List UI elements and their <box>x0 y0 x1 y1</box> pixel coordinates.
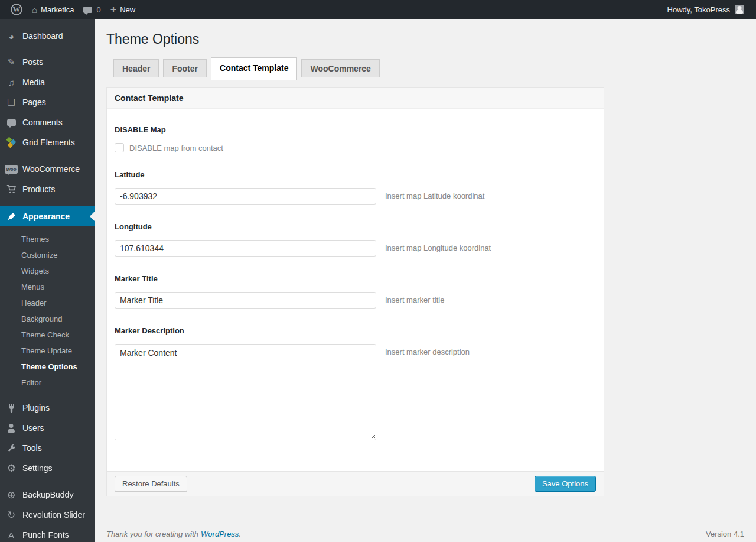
submenu-item-themes[interactable]: Themes <box>0 231 94 247</box>
save-options-button[interactable]: Save Options <box>535 476 596 492</box>
sidebar-item-label: Comments <box>22 118 63 127</box>
sidebar-item-tools[interactable]: Tools <box>0 438 94 458</box>
longitude-input[interactable] <box>115 240 376 257</box>
sidebar-item-backupbuddy[interactable]: ⊕ BackupBuddy <box>0 485 94 505</box>
wordpress-logo-icon: W <box>11 4 22 15</box>
sidebar-item-label: Posts <box>22 57 43 67</box>
settings-icon: ⚙ <box>5 462 18 475</box>
submenu-item-theme-check[interactable]: Theme Check <box>0 327 94 343</box>
tab-footer[interactable]: Footer <box>163 59 207 77</box>
sidebar-item-plugins[interactable]: Plugins <box>0 398 94 418</box>
menu-separator <box>0 478 94 485</box>
main-content: Theme Options Header Footer Contact Temp… <box>94 0 756 538</box>
user-icon <box>5 423 18 433</box>
admin-bar: W ⌂ Marketica 0 + New Howdy, TokoPress <box>0 0 756 19</box>
sidebar-item-label: Appearance <box>22 212 70 221</box>
tab-woocommerce[interactable]: WooCommerce <box>301 59 379 77</box>
site-name-link[interactable]: ⌂ Marketica <box>27 0 79 19</box>
pushpin-icon: ✎ <box>5 57 18 67</box>
sidebar-item-settings[interactable]: ⚙ Settings <box>0 458 94 478</box>
sidebar-item-woocommerce[interactable]: Woo WooCommerce <box>0 159 94 179</box>
version-label: Version 4.1 <box>706 530 744 538</box>
woo-badge: Woo <box>5 165 18 174</box>
comment-bubble-icon <box>5 119 18 126</box>
comments-link[interactable]: 0 <box>79 0 105 19</box>
admin-sidebar: ◕ Dashboard ✎ Posts ♫ Media ❏ Pages Comm… <box>0 19 94 542</box>
marker-description-textarea[interactable]: Marker Content <box>115 344 376 440</box>
woocommerce-icon: Woo <box>5 165 18 174</box>
sidebar-item-label: Grid Elements <box>22 138 75 147</box>
wordpress-logo-menu[interactable]: W <box>6 0 27 19</box>
field-group-latitude: Latitude Insert map Latitude koordinat <box>115 170 596 205</box>
tab-contact-template[interactable]: Contact Template <box>211 57 297 80</box>
backupbuddy-icon: ⊕ <box>5 489 18 501</box>
comment-count: 0 <box>96 5 100 14</box>
home-icon: ⌂ <box>32 5 37 15</box>
field-label: DISABLE Map <box>115 125 596 134</box>
submenu-item-editor[interactable]: Editor <box>0 375 94 391</box>
plug-icon <box>5 403 18 413</box>
new-label: New <box>120 5 135 14</box>
howdy-label: Howdy, TokoPress <box>667 5 730 14</box>
sidebar-item-comments[interactable]: Comments <box>0 112 94 132</box>
comment-bubble-icon <box>83 7 92 13</box>
sidebar-item-label: Punch Fonts <box>22 530 69 540</box>
field-label: Marker Description <box>115 326 596 335</box>
refresh-cycle-icon: ↻ <box>5 509 18 521</box>
sidebar-item-posts[interactable]: ✎ Posts <box>0 52 94 72</box>
sidebar-item-label: BackupBuddy <box>22 490 73 499</box>
sidebar-item-users[interactable]: Users <box>0 418 94 438</box>
account-menu[interactable]: Howdy, TokoPress <box>663 0 749 19</box>
site-name-label: Marketica <box>41 5 74 14</box>
footer-period: . <box>239 530 241 538</box>
sidebar-item-label: WooCommerce <box>22 164 80 174</box>
disable-map-checkbox-label[interactable]: DISABLE map from contact <box>129 144 223 152</box>
avatar-person-icon <box>735 5 744 14</box>
sidebar-item-grid-elements[interactable]: Grid Elements <box>0 132 94 152</box>
menu-separator <box>0 199 94 206</box>
cart-icon <box>5 184 18 194</box>
submenu-item-theme-options[interactable]: Theme Options <box>0 359 94 375</box>
field-group-longitude: Longitude Insert map Longitude koordinat <box>115 222 596 257</box>
restore-defaults-button[interactable]: Restore Defaults <box>115 476 187 492</box>
field-label: Latitude <box>115 170 596 179</box>
marker-title-input[interactable] <box>115 292 376 309</box>
sidebar-item-revolution-slider[interactable]: ↻ Revolution Slider <box>0 505 94 525</box>
sidebar-item-appearance[interactable]: Appearance <box>0 206 94 226</box>
submenu-item-background[interactable]: Background <box>0 311 94 327</box>
submenu-item-header[interactable]: Header <box>0 295 94 311</box>
sidebar-item-label: Media <box>22 77 45 87</box>
sidebar-item-label: Products <box>22 184 55 194</box>
field-help-text: Insert marker description <box>385 344 470 356</box>
pages-icon: ❏ <box>5 97 18 108</box>
tab-header[interactable]: Header <box>113 59 159 77</box>
field-help-text: Insert map Longitude koordinat <box>385 240 491 252</box>
paintbrush-icon <box>5 212 18 222</box>
comment-bubble-shape <box>7 119 16 126</box>
sidebar-item-label: Users <box>22 423 44 433</box>
sidebar-item-dashboard[interactable]: ◕ Dashboard <box>0 26 94 46</box>
disable-map-checkbox[interactable] <box>115 143 124 152</box>
panel-footer: Restore Defaults Save Options <box>107 471 604 496</box>
sidebar-item-media[interactable]: ♫ Media <box>0 72 94 92</box>
sidebar-item-products[interactable]: Products <box>0 179 94 199</box>
sidebar-item-label: Plugins <box>22 403 50 413</box>
grid-elements-shape <box>6 137 17 148</box>
field-help-text: Insert map Latitude koordinat <box>385 188 484 200</box>
sidebar-item-punch-fonts[interactable]: A Punch Fonts <box>0 525 94 542</box>
grid-elements-icon <box>5 137 18 148</box>
footer-thanks: Thank you for creating withWordPress. <box>106 530 241 538</box>
field-label: Marker Title <box>115 274 596 283</box>
new-content-link[interactable]: + New <box>106 0 141 19</box>
contact-template-panel: Contact Template DISABLE Map DISABLE map… <box>106 87 604 496</box>
submenu-item-theme-update[interactable]: Theme Update <box>0 343 94 359</box>
wrench-icon <box>5 443 18 453</box>
sidebar-item-label: Dashboard <box>22 31 63 41</box>
sidebar-item-label: Tools <box>22 443 42 453</box>
wordpress-link[interactable]: WordPress <box>201 530 239 538</box>
submenu-item-customize[interactable]: Customize <box>0 247 94 263</box>
sidebar-item-pages[interactable]: ❏ Pages <box>0 92 94 112</box>
submenu-item-menus[interactable]: Menus <box>0 279 94 295</box>
latitude-input[interactable] <box>115 188 376 205</box>
submenu-item-widgets[interactable]: Widgets <box>0 263 94 279</box>
